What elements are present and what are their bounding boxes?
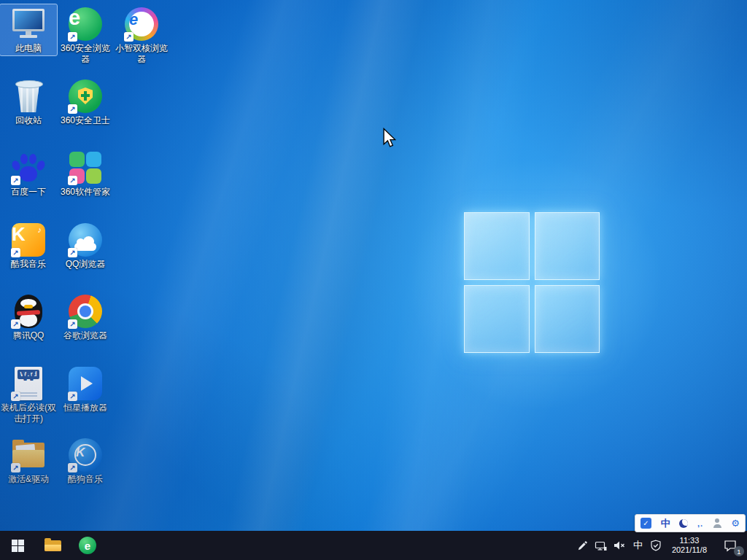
clock-date: 2021/11/8 (672, 545, 707, 555)
shortcut-arrow-icon: ↗ (68, 32, 77, 42)
xiaozhi-dual-core-browser-icon: e↗ (124, 7, 159, 42)
desktop-icon-recycle-bin[interactable]: 回收站 (0, 77, 57, 128)
desktop-icon-label: 恒星播放器 (63, 402, 107, 413)
kuwo-music-icon: K♪↗ (11, 222, 46, 257)
desktop-icon-setup-readme[interactable]: WordW↗装机后必读(双击打开) (0, 364, 57, 426)
desktop-icon-google-chrome[interactable]: ↗谷歌浏览器 (57, 292, 114, 343)
notification-badge: 1 (734, 546, 744, 556)
ime-profile-icon[interactable] (713, 518, 722, 528)
windows-logo-icon (12, 540, 24, 552)
system-tray: 中 11:33 2021/11/8 1 (573, 531, 747, 560)
activation-drivers-icon: ↗ (11, 438, 46, 472)
baidu-search-icon: ↗ (11, 150, 46, 185)
tray-security-button[interactable] (647, 531, 665, 560)
desktop-icon-baidu-search[interactable]: ↗百度一下 (0, 148, 57, 199)
ime-mode-label: 中 (661, 517, 670, 530)
desktop-icon-label: 百度一下 (11, 187, 46, 198)
ime-punctuation-icon[interactable]: ,. (697, 519, 703, 528)
desktop-icon-kuwo-music[interactable]: K♪↗酷我音乐 (0, 220, 57, 271)
shortcut-arrow-icon: ↗ (68, 319, 77, 329)
desktop-icon-360-software-manager[interactable]: ↗360软件管家 (57, 148, 114, 199)
this-pc-icon (11, 7, 46, 42)
ime-language-label: 中 (633, 539, 643, 552)
shortcut-arrow-icon: ↗ (68, 248, 77, 257)
shortcut-arrow-icon: ↗ (11, 176, 20, 185)
pen-icon (577, 540, 588, 551)
shortcut-arrow-icon: ↗ (68, 176, 77, 185)
taskbar-clock[interactable]: 11:33 2021/11/8 (665, 531, 713, 560)
shortcut-arrow-icon: ↗ (68, 392, 77, 401)
360-safeguard-icon: ↗ (68, 79, 103, 114)
desktop-icon-xiaozhi-dual-core-browser[interactable]: e↗小智双核浏览器 (113, 4, 170, 66)
desktop-icon-label: 谷歌浏览器 (63, 330, 107, 341)
shortcut-arrow-icon: ↗ (11, 463, 20, 472)
desktop-icon-qq-browser[interactable]: ↗QQ浏览器 (57, 220, 114, 271)
tray-pen-button[interactable] (573, 531, 592, 560)
shortcut-arrow-icon: ↗ (68, 463, 77, 472)
action-center-button[interactable]: 1 (713, 531, 747, 560)
shield-check-icon (650, 540, 662, 551)
shortcut-arrow-icon: ↗ (11, 392, 20, 401)
folder-icon (44, 539, 61, 552)
desktop-icon-label: 360安全浏览器 (58, 43, 113, 65)
desktop-icon-label: 此电脑 (15, 43, 42, 54)
desktop-icon-360-safeguard[interactable]: ↗360安全卫士 (57, 77, 114, 128)
windows-desktop-screen: 此电脑回收站↗百度一下K♪↗酷我音乐↗腾讯QQWordW↗装机后必读(双击打开)… (0, 0, 747, 560)
desktop-icon-label: 回收站 (15, 115, 42, 126)
e-browser-icon: e (79, 537, 96, 554)
file-explorer-button[interactable] (35, 531, 70, 560)
desktop-icon-label: 酷我音乐 (11, 259, 46, 270)
browser-360-taskbar-button[interactable]: e (70, 531, 105, 560)
taskbar: e 中 11:33 2021/11/8 1 (0, 531, 747, 560)
network-icon (595, 540, 607, 551)
shortcut-arrow-icon: ↗ (124, 32, 133, 42)
shortcut-arrow-icon: ↗ (68, 104, 77, 114)
desktop-icon-activation-drivers[interactable]: ↗激活&驱动 (0, 435, 57, 486)
shortcut-arrow-icon: ↗ (11, 319, 20, 329)
desktop-icon-tencent-qq[interactable]: ↗腾讯QQ (0, 292, 57, 343)
shortcut-arrow-icon: ↗ (11, 248, 20, 257)
desktop-icon-label: 360安全卫士 (61, 115, 110, 126)
tencent-qq-icon: ↗ (11, 294, 46, 329)
start-button[interactable] (0, 531, 35, 560)
ime-check-icon[interactable]: ✓ (640, 518, 651, 529)
desktop-icon-label: 装机后必读(双击打开) (1, 402, 56, 424)
desktop-icon-grid: 此电脑回收站↗百度一下K♪↗酷我音乐↗腾讯QQWordW↗装机后必读(双击打开)… (0, 0, 747, 531)
setup-readme-icon: WordW↗ (11, 366, 46, 401)
desktop-icon-label: QQ浏览器 (66, 259, 106, 270)
tray-network-button[interactable] (592, 531, 610, 560)
ime-settings-icon[interactable]: ⚙ (731, 518, 740, 528)
volume-muted-icon (613, 540, 626, 551)
desktop-icon-kugou-music[interactable]: K↗酷狗音乐 (57, 435, 114, 486)
tray-volume-button[interactable] (610, 531, 629, 560)
360-software-manager-icon: ↗ (68, 150, 103, 185)
star-player-icon: ↗ (68, 366, 103, 401)
recycle-bin-icon (11, 79, 46, 114)
desktop-icon-label: 激活&驱动 (8, 474, 49, 485)
desktop-wallpaper[interactable]: 此电脑回收站↗百度一下K♪↗酷我音乐↗腾讯QQWordW↗装机后必读(双击打开)… (0, 0, 747, 531)
desktop-icon-this-pc[interactable]: 此电脑 (0, 4, 57, 55)
desktop-icon-label: 腾讯QQ (13, 330, 44, 341)
desktop-icon-label: 360软件管家 (61, 187, 110, 198)
ime-mode-button[interactable]: 中 (661, 517, 670, 530)
ime-halfwidth-moon-icon[interactable] (679, 519, 688, 528)
desktop-icon-label: 小智双核浏览器 (114, 43, 169, 65)
qq-browser-icon: ↗ (68, 222, 103, 257)
desktop-icon-360-safe-browser[interactable]: e↗360安全浏览器 (57, 4, 114, 66)
clock-time: 11:33 (672, 536, 707, 545)
google-chrome-icon: ↗ (68, 294, 103, 329)
ime-toolbar: ✓ 中 ,. ⚙ (635, 514, 746, 532)
tray-ime-indicator[interactable]: 中 (629, 531, 647, 560)
360-safe-browser-icon: e↗ (68, 7, 103, 42)
desktop-icon-star-player[interactable]: ↗恒星播放器 (57, 364, 114, 415)
kugou-music-icon: K↗ (68, 438, 103, 472)
desktop-icon-label: 酷狗音乐 (68, 474, 103, 485)
